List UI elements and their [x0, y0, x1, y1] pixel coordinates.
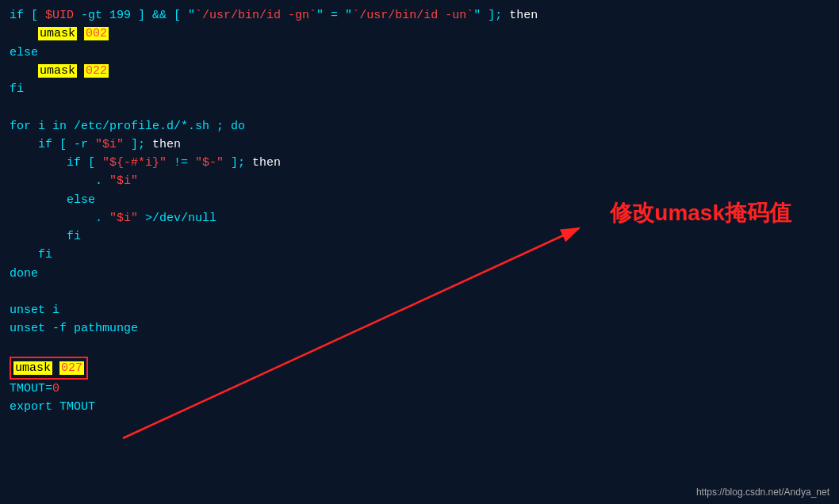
code-line-4: umask 022: [10, 62, 829, 80]
watermark-text: https://blog.csdn.net/Andya_net: [696, 487, 829, 498]
code-line-14: done: [10, 265, 829, 283]
code-line-7: if [ -r "$i" ]; then: [10, 136, 829, 154]
code-line-3: else: [10, 44, 829, 62]
code-line-16: unset -f pathmunge: [10, 319, 829, 338]
code-line-9: . "$i": [10, 172, 829, 190]
code-line-5: fi: [10, 80, 829, 98]
code-line-19: export TMOUT: [10, 398, 829, 416]
code-line-2: umask 002: [10, 25, 829, 43]
code-line-1: if [ $UID -gt 199 ] && [ "`/usr/bin/id -…: [10, 6, 829, 25]
code-line-blank1: [10, 98, 829, 116]
code-line-blank2: [10, 283, 829, 301]
code-line-blank3: [10, 338, 829, 357]
code-line-13: fi: [10, 246, 829, 264]
code-line-6: for i in /etc/profile.d/*.sh ; do: [10, 117, 829, 136]
code-line-12: fi: [10, 227, 829, 246]
annotation-text: 修改umask掩码值: [610, 198, 791, 228]
code-line-17: umask 027: [10, 357, 829, 380]
code-line-15: unset i: [10, 301, 829, 319]
code-line-18: TMOUT=0: [10, 380, 829, 398]
code-line-8: if [ "${-#*i}" != "$-" ]; then: [10, 154, 829, 172]
